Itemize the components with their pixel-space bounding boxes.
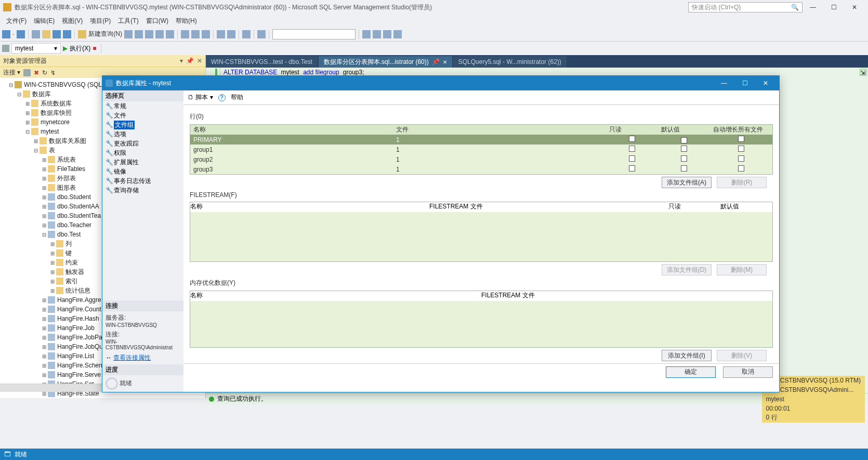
copy-icon[interactable] [191, 30, 200, 38]
expand-icon[interactable]: ⊞ [41, 363, 48, 369]
readonly-checkbox[interactable] [629, 155, 635, 162]
table-row[interactable]: group31 [190, 164, 772, 174]
expand-icon[interactable]: ⊞ [32, 138, 40, 144]
readonly-checkbox[interactable] [629, 165, 635, 172]
autogrow-checkbox[interactable] [738, 155, 744, 162]
document-tab[interactable]: 数据库分区分表脚本.sql...istrator (60))📌✕ [319, 56, 452, 68]
page-item[interactable]: 🔧事务日志传送 [102, 176, 183, 186]
expand-icon[interactable]: ⊞ [49, 251, 56, 256]
expand-icon[interactable]: ⊞ [41, 213, 48, 219]
expand-icon[interactable]: ⊟ [41, 232, 48, 238]
autogrow-checkbox[interactable] [738, 136, 744, 142]
expand-icon[interactable]: ⊞ [49, 260, 56, 266]
connect-button[interactable]: 连接 ▾ [3, 68, 20, 77]
page-item[interactable]: 🔧选项 [102, 129, 183, 139]
saveall-icon[interactable] [63, 30, 71, 38]
default-checkbox[interactable] [681, 165, 687, 172]
page-item[interactable]: 🔧文件 [102, 111, 183, 120]
document-tab[interactable]: WIN-CSTBNBVVGS...test - dbo.Test [206, 56, 318, 68]
dialog-title-bar[interactable]: 数据库属性 - mytest — ☐ ✕ [102, 76, 779, 90]
expand-icon[interactable]: ⊞ [24, 101, 31, 107]
back-icon[interactable] [2, 30, 10, 38]
menu-item[interactable]: 编辑(E) [31, 16, 58, 27]
forward-icon[interactable] [17, 30, 25, 38]
expand-icon[interactable]: ⊞ [49, 288, 56, 294]
ok-button[interactable]: 确定 [666, 366, 716, 378]
menu-item[interactable]: 工具(T) [115, 16, 141, 27]
refresh-icon[interactable]: ↻ [42, 69, 47, 76]
default-checkbox[interactable] [681, 146, 687, 152]
filestream-grid[interactable]: 名称FILESTREAM 文件只读默认值 [190, 202, 773, 262]
split-icon[interactable]: ⇲ [860, 69, 867, 76]
expand-icon[interactable]: ⊞ [24, 110, 31, 116]
menu-item[interactable]: 视图(V) [59, 16, 86, 27]
help-button[interactable]: 帮助 [231, 93, 243, 102]
expand-icon[interactable]: ⊞ [49, 269, 56, 275]
expand-icon[interactable]: ⊟ [16, 91, 23, 97]
table-row[interactable]: group11 [190, 144, 772, 154]
autogrow-checkbox[interactable] [738, 165, 744, 172]
page-item[interactable]: 🔧权限 [102, 148, 183, 157]
page-item[interactable]: 🔧更改跟踪 [102, 139, 183, 148]
menu-item[interactable]: 项目(P) [87, 16, 114, 27]
close-tab-icon[interactable]: ✕ [443, 59, 447, 65]
menu-item[interactable]: 帮助(H) [173, 16, 200, 27]
expand-icon[interactable]: ⊞ [24, 120, 31, 125]
expand-icon[interactable]: ⊞ [41, 166, 48, 172]
expand-icon[interactable]: ⊞ [41, 372, 48, 378]
dlg-maximize-button[interactable]: ☐ [734, 77, 755, 89]
close-panel-icon[interactable]: ✕ [197, 57, 202, 64]
new-query-button[interactable]: 新建查询(N) [88, 30, 122, 38]
expand-icon[interactable]: ⊟ [24, 129, 31, 135]
expand-icon[interactable]: ⊞ [41, 316, 48, 322]
page-item[interactable]: 🔧扩展属性 [102, 157, 183, 167]
autohide-icon[interactable]: 📌 [186, 57, 194, 64]
add-filegroup-button[interactable]: 添加文件组(A) [662, 177, 712, 188]
expand-icon[interactable]: ⊞ [41, 157, 48, 163]
dlg-close-button[interactable]: ✕ [755, 77, 776, 89]
readonly-checkbox[interactable] [629, 146, 635, 152]
new-icon[interactable] [32, 30, 40, 38]
expand-icon[interactable]: ⊞ [41, 204, 48, 209]
expand-icon[interactable]: ⊞ [41, 344, 48, 350]
minimize-button[interactable]: — [803, 1, 823, 14]
expand-icon[interactable]: ⊞ [41, 176, 48, 181]
page-item[interactable]: 🔧文件组 [102, 120, 183, 129]
dlg-minimize-button[interactable]: — [714, 77, 734, 89]
document-tab[interactable]: SQLQuery5.sql - W...ministrator (62)) [453, 56, 567, 68]
view-connection-link[interactable]: 查看连接属性 [113, 354, 151, 361]
open-icon[interactable] [42, 30, 50, 38]
table-row[interactable]: group21 [190, 154, 772, 164]
undo-icon[interactable] [217, 30, 225, 38]
memory-grid[interactable]: 名称FILESTREAM 文件 [190, 291, 773, 348]
save-icon[interactable] [52, 30, 61, 38]
expand-icon[interactable]: ⊞ [41, 194, 48, 200]
expand-icon[interactable]: ⊞ [41, 185, 48, 191]
expand-icon[interactable]: ⊞ [41, 353, 48, 359]
default-checkbox[interactable]: ✓ [681, 137, 687, 143]
expand-icon[interactable]: ⊞ [41, 307, 48, 312]
menu-item[interactable]: 窗口(W) [143, 16, 172, 27]
table-row[interactable]: PRIMARY1✓ [190, 135, 772, 144]
solution-combo[interactable] [272, 29, 356, 40]
expand-icon[interactable]: ⊞ [49, 241, 56, 247]
expand-icon[interactable]: ⊞ [41, 297, 48, 303]
menu-item[interactable]: 文件(F) [3, 16, 30, 27]
close-button[interactable]: ✕ [844, 1, 865, 14]
quick-launch-input[interactable]: 快速启动 (Ctrl+Q) 🔍 [688, 2, 803, 12]
expand-icon[interactable]: ⊞ [41, 335, 48, 340]
expand-icon[interactable]: ⊟ [32, 148, 40, 153]
execute-button[interactable]: 执行(X) [70, 44, 90, 53]
redo-icon[interactable] [227, 30, 235, 38]
add-memory-button[interactable]: 添加文件组(I) [662, 350, 712, 361]
autogrow-checkbox[interactable] [738, 146, 744, 152]
page-item[interactable]: 🔧查询存储 [102, 186, 183, 195]
filegroups-grid[interactable]: 名称文件只读默认值自动增长所有文件 PRIMARY1✓group11group2… [190, 124, 773, 175]
expand-icon[interactable]: ⊞ [41, 222, 48, 228]
new-query-icon[interactable] [78, 30, 86, 38]
expand-icon[interactable]: ⊟ [7, 82, 15, 88]
cut-icon[interactable] [181, 30, 189, 38]
pin-icon[interactable]: ▾ [180, 57, 183, 64]
maximize-button[interactable]: ☐ [823, 1, 844, 14]
script-button[interactable]: 🗋 脚本 ▾ [188, 93, 213, 102]
